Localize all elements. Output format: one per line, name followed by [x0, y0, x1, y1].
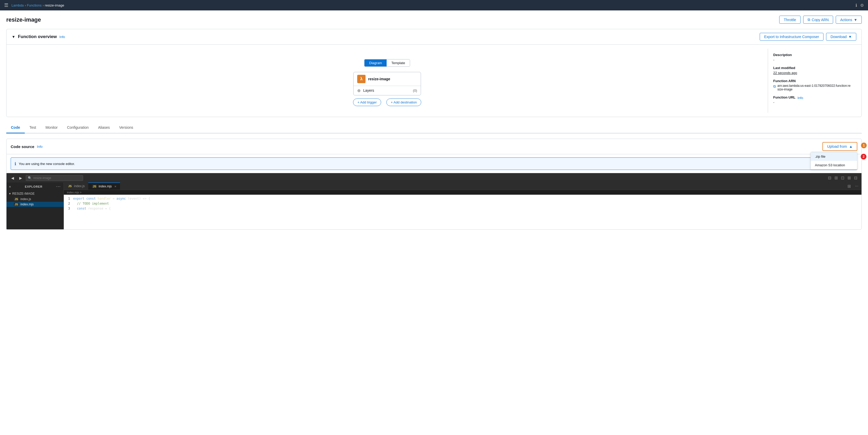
code-panel-actions: ⊞ ···: [846, 182, 862, 190]
callout-number-2: 2: [861, 154, 866, 160]
explorer-folder[interactable]: ▾ RESIZE-IMAGE: [6, 191, 64, 197]
layout-btn-5[interactable]: ⊟: [853, 175, 858, 181]
copy-arn-button[interactable]: ⧉ Copy ARN: [803, 16, 833, 24]
explorer-panel: ≡ EXPLORER ··· ▾ RESIZE-IMAGE JS index.j…: [6, 182, 64, 229]
layout-btn-1[interactable]: ⊟: [827, 175, 832, 181]
settings-icon[interactable]: ⚙: [860, 3, 864, 8]
file-indexjs: index.js: [20, 197, 31, 201]
upload-btn-wrapper: 1 Upload from ▲ 2 .zip file Amazon S3 lo…: [823, 142, 857, 151]
code-tabs: JS index.js JS index.mjs ✕ ⊞ ···: [64, 182, 862, 190]
arn-copy-icon[interactable]: ⧉: [773, 84, 776, 89]
editor-body: ≡ EXPLORER ··· ▾ RESIZE-IMAGE JS index.j…: [6, 182, 862, 229]
layout-btn-2[interactable]: ⊞: [833, 175, 839, 181]
folder-chevron-icon: ▾: [9, 192, 11, 196]
top-bar: ☰ Lambda › Functions › resize-image ℹ ⚙: [0, 0, 868, 10]
description-label: Description: [773, 53, 851, 57]
tab-aliases[interactable]: Aliases: [93, 122, 115, 134]
download-button[interactable]: Download ▼: [826, 33, 856, 41]
arn-text: arn:aws:lambda:us-east-1:017820706022:fu…: [777, 84, 851, 91]
tab-configuration[interactable]: Configuration: [62, 122, 93, 134]
add-destination-button[interactable]: + Add destination: [386, 98, 421, 106]
upload-s3-option[interactable]: Amazon S3 location: [811, 161, 857, 169]
arn-row: ⧉ arn:aws:lambda:us-east-1:017820706022:…: [773, 84, 851, 91]
layout-buttons: ⊟ ⊞ ⊡ ⊠ ⊟: [827, 175, 858, 181]
forward-button[interactable]: ▶: [18, 175, 24, 181]
function-url-value: -: [773, 100, 851, 104]
last-modified-section: Last modified 22 seconds ago: [773, 66, 851, 75]
explorer-header: ≡ EXPLORER ···: [6, 182, 64, 191]
actions-button[interactable]: Actions ▼: [836, 16, 862, 24]
view-toggle: Diagram Template: [364, 59, 410, 67]
chevron-down-icon: ▼: [854, 18, 857, 22]
tab-js-icon-1: JS: [67, 184, 72, 188]
tab-versions[interactable]: Versions: [115, 122, 138, 134]
function-url-label: Function URL: [773, 95, 795, 99]
breadcrumb-functions[interactable]: Functions: [27, 3, 41, 7]
layout-btn-3[interactable]: ⊡: [840, 175, 845, 181]
layout-btn-4[interactable]: ⊠: [846, 175, 852, 181]
download-chevron-icon: ▼: [848, 35, 852, 39]
template-tab[interactable]: Template: [386, 59, 410, 66]
node-header: λ resize-image: [353, 72, 421, 86]
overview-info-link[interactable]: Info: [59, 35, 65, 39]
add-trigger-button[interactable]: + Add trigger: [353, 98, 381, 106]
file-indexmjs: index.mjs: [20, 203, 34, 206]
function-arn-label: Function ARN: [773, 79, 851, 83]
function-url-info-link[interactable]: Info: [798, 96, 803, 100]
back-button[interactable]: ◀: [10, 175, 16, 181]
explorer-file-indexjs[interactable]: JS index.js: [6, 197, 64, 202]
description-value: -: [773, 58, 851, 62]
line-num-2: 2: [64, 201, 73, 206]
card-header: ▼ Function overview Info Export to Infra…: [6, 29, 862, 45]
callout-info-icon: ℹ: [14, 161, 16, 166]
explorer-label: EXPLORER: [25, 185, 43, 188]
tab-code[interactable]: Code: [6, 122, 25, 134]
tab-test[interactable]: Test: [25, 122, 41, 134]
explorer-file-indexmjs[interactable]: JS index.mjs: [6, 202, 64, 207]
breadcrumb-lambda[interactable]: Lambda: [11, 3, 24, 7]
card-title: Function overview: [18, 34, 57, 39]
throttle-button[interactable]: Throttle: [779, 16, 800, 24]
code-line-1: 1 export const handler = async (event) =…: [64, 196, 862, 201]
menu-icon[interactable]: ☰: [4, 2, 8, 8]
breadcrumb-current: resize-image: [45, 3, 64, 7]
editor-toolbar: ◀ ▶ 🔍 ⊟ ⊞ ⊡ ⊠ ⊟: [6, 173, 862, 182]
callout-1-wrapper: 1: [861, 143, 867, 148]
info-icon[interactable]: ℹ: [856, 3, 857, 8]
line-num-3: 3: [64, 206, 73, 211]
more-options-button[interactable]: ···: [854, 183, 860, 189]
tab-monitor[interactable]: Monitor: [41, 122, 62, 134]
js-icon-indexjs: JS: [14, 197, 19, 201]
export-infrastructure-button[interactable]: Export to Infrastructure Composer: [760, 33, 824, 41]
diagram-tab[interactable]: Diagram: [365, 59, 386, 66]
overview-sidebar: Description - Last modified 22 seconds a…: [768, 49, 856, 113]
upload-zip-option[interactable]: .zip file: [811, 152, 857, 161]
layers-count: (0): [413, 89, 417, 92]
description-section: Description -: [773, 53, 851, 62]
code-tab-indexjs[interactable]: JS index.js: [64, 182, 88, 190]
layers-icon: ⊕: [357, 88, 361, 93]
upload-from-button[interactable]: Upload from ▲: [823, 142, 857, 151]
line-num-1: 1: [64, 196, 73, 201]
breadcrumb-sep-2: ›: [43, 3, 44, 7]
code-line-3: 3 const response = {: [64, 206, 862, 211]
line-code-1: export const handler = async (event) => …: [73, 196, 150, 201]
lambda-icon: λ: [357, 75, 366, 83]
diagram-actions: + Add trigger + Add destination: [353, 98, 421, 106]
upload-dropdown: 2 .zip file Amazon S3 location: [810, 152, 857, 170]
layers-row[interactable]: ⊕ Layers (0): [353, 86, 421, 95]
editor-search-input[interactable]: [26, 175, 83, 181]
collapse-icon[interactable]: ▼: [12, 35, 16, 39]
callout-number-1: 1: [861, 143, 867, 148]
split-editor-button[interactable]: ⊞: [846, 183, 852, 189]
code-tab-indexmjs[interactable]: JS index.mjs ✕: [88, 182, 120, 190]
breadcrumb: Lambda › Functions › resize-image: [11, 3, 64, 7]
code-breadcrumb: index.mjs >: [64, 190, 862, 195]
close-tab-icon[interactable]: ✕: [114, 185, 116, 188]
explorer-more-icon[interactable]: ···: [56, 184, 61, 189]
code-source-info-link[interactable]: Info: [37, 145, 43, 149]
callout-text: You are using the new console editor.: [19, 162, 828, 166]
tab-js-icon-2: JS: [92, 184, 97, 188]
explorer-menu-icon[interactable]: ≡: [9, 185, 11, 188]
page-header: resize-image Throttle ⧉ Copy ARN Actions…: [6, 16, 862, 24]
